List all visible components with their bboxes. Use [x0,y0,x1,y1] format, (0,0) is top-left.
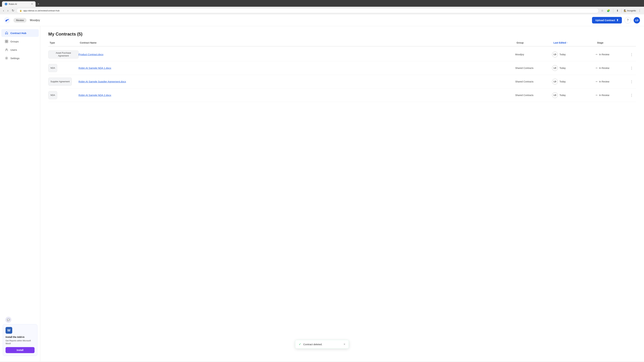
header-stage: Stage [596,41,629,44]
address-bar[interactable]: 🔒 app.robinai.co.uk/review/contract-hub [16,8,599,13]
install-addin-button[interactable]: Install [6,347,34,353]
browser-navigation: ‹ › ↻ 🔒 app.robinai.co.uk/review/contrac… [0,7,644,14]
tab-title: Robin AI [9,3,17,5]
tab-close-button[interactable]: ✕ [31,3,33,5]
last-edited-when-4: Today [560,94,566,96]
header-group: Group [515,41,552,44]
edit-icon-4: ✏ [596,94,598,96]
svg-rect-5 [7,41,8,43]
sidebar-item-contract-hub[interactable]: Contract Hub [1,29,39,37]
browser-tab-active[interactable]: Robin AI ✕ [2,1,36,7]
sidebar-item-users[interactable]: Users [1,46,39,54]
contract-link-3[interactable]: Robin AI Sample Supplier Agreement.docx [78,80,126,83]
contract-link-1[interactable]: Product Contract.docx [78,53,103,56]
contract-name-cell-4: Robin AI Sample NDA 2.docx [78,94,515,97]
sidebar-item-settings[interactable]: Settings [1,54,39,62]
last-edited-cell-4: LD Today [552,92,596,98]
more-button-1[interactable]: ⋮ [629,52,634,57]
stage-label-2: In Review [599,67,609,69]
svg-rect-2 [5,40,6,41]
contract-name-cell-2: Robin AI Sample NDA 1.docx [78,66,515,69]
toast-close-button[interactable]: × [344,343,345,346]
users-icon [5,48,8,52]
groups-icon [5,39,8,43]
menu-button[interactable]: ⋮ [637,8,642,13]
more-button-2[interactable]: ⋮ [629,65,634,71]
stage-label-3: In Review [599,80,609,83]
header-last-edited[interactable]: Last Edited ↑ [552,41,596,44]
table-row: NDA Robin AI Sample NDA 2.docx Shared Co… [48,88,636,102]
incognito-button[interactable]: 🕵 Incognito [624,9,636,12]
sidebar: Contract Hub Groups [0,26,40,361]
feedback-button[interactable]: 💬 [5,317,12,323]
last-edited-cell-3: LD Today [552,79,596,84]
reload-button[interactable]: ↻ [11,8,15,13]
robin-logo [4,17,10,23]
contract-name-cell-3: Robin AI Sample Supplier Agreement.docx [78,80,515,83]
edit-icon-2: ✏ [596,67,598,69]
type-badge-2: NDA [48,64,57,72]
last-edited-when-3: Today [560,80,566,83]
type-cell-4: NDA [48,91,78,99]
feedback-icon: 💬 [7,319,10,321]
bookmark-button[interactable]: ☆ [600,8,604,13]
more-actions-1: ⋮ [629,52,636,57]
user-avatar[interactable]: LD [634,17,640,23]
header-type: Type [48,41,78,44]
forward-button[interactable]: › [6,8,10,13]
svg-point-1 [8,19,8,20]
more-actions-4: ⋮ [629,92,636,98]
app: Review Moodjoy Upload Contract ⬆ ? LD C [0,14,644,361]
type-badge-1: Asset Purchase Agreement [48,50,78,58]
back-button[interactable]: ‹ [2,8,5,13]
group-cell-2: Shared Contracts [515,67,552,69]
more-button-4[interactable]: ⋮ [629,92,634,98]
help-button[interactable]: ? [624,17,631,23]
extensions-button[interactable]: 🧩 [606,8,611,13]
new-tab-button[interactable]: + [36,2,41,6]
stage-cell-1: ✏ In Review [596,53,629,56]
top-nav: Review Moodjoy Upload Contract ⬆ ? LD [0,14,644,26]
editor-avatar-2: LD [552,65,558,71]
addin-title: Install the Add-in [6,336,34,338]
stage-label-4: In Review [599,94,609,96]
header-contract-name: Contract Name [78,41,515,44]
last-edited-cell-1: LD Today [552,52,596,57]
settings-icon [5,56,8,60]
logo [4,17,10,23]
contract-link-2[interactable]: Robin AI Sample NDA 1.docx [78,66,111,69]
upload-contract-button[interactable]: Upload Contract ⬆ [592,17,622,23]
upload-icon: ⬆ [616,18,618,22]
nav-divider-2 [622,8,622,12]
edit-icon-3: ✏ [596,80,598,83]
sidebar-settings-label: Settings [10,57,20,60]
group-cell-1: Moodjoy [515,53,552,56]
type-cell-3: Supplier Agreement [48,78,78,86]
last-edited-cell-2: LD Today [552,65,596,71]
table-row: NDA Robin AI Sample NDA 1.docx Shared Co… [48,61,636,75]
type-badge-4: NDA [48,91,57,99]
table-row: Supplier Agreement Robin AI Sample Suppl… [48,75,636,88]
more-actions-3: ⋮ [629,79,636,84]
top-nav-right: Upload Contract ⬆ ? LD [592,17,640,23]
home-icon [5,31,8,35]
type-cell-2: NDA [48,64,78,72]
word-letter: W [8,329,10,332]
svg-point-7 [6,58,7,59]
contract-link-4[interactable]: Robin AI Sample NDA 2.docx [78,94,111,96]
sidebar-item-groups[interactable]: Groups [1,37,39,45]
more-actions-2: ⋮ [629,65,636,71]
editor-avatar-1: LD [552,52,558,57]
download-button[interactable]: ⬇ [615,8,620,13]
page-title: My Contracts (5) [48,31,636,37]
editor-avatar-4: LD [552,92,558,98]
review-badge: Review [14,18,26,23]
stage-cell-4: ✏ In Review [596,94,629,96]
lock-icon: 🔒 [20,9,22,12]
group-cell-3: Shared Contracts [515,80,552,83]
sidebar-users-label: Users [10,48,17,51]
last-edited-when-2: Today [560,67,566,69]
incognito-label: Incognito [627,9,636,12]
more-button-3[interactable]: ⋮ [629,79,634,84]
browser-chrome: Robin AI ✕ + ‹ › ↻ 🔒 app.robinai.co.uk/r… [0,0,644,14]
